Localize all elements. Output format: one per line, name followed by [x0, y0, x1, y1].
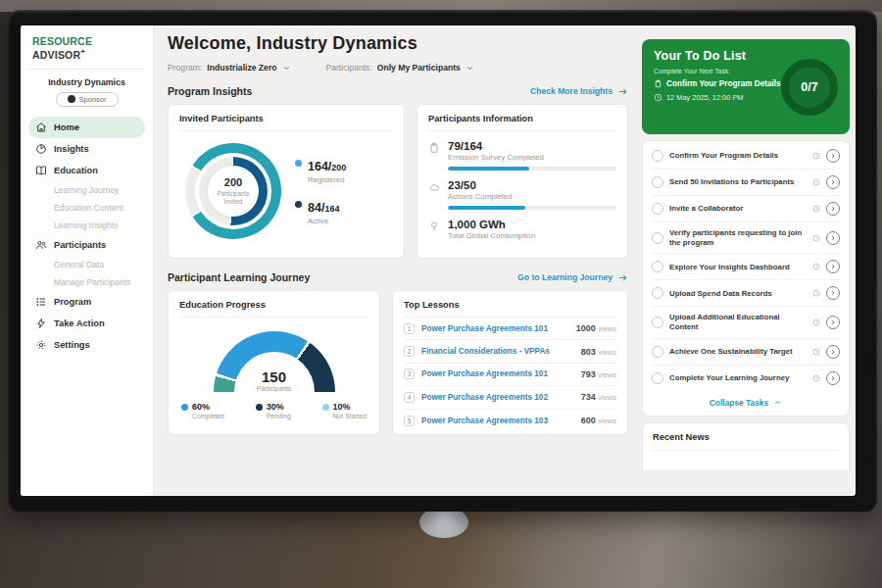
- task-row: Achieve One Sustainability Target: [652, 339, 840, 366]
- metric-global-consumption: 1,000 GWh Total Global Consumption: [428, 219, 616, 240]
- invited-participants-title: Invited Participants: [179, 114, 393, 131]
- task-open-button[interactable]: [826, 286, 840, 300]
- lesson-link[interactable]: Financial Considerations - VPPAs: [421, 347, 574, 356]
- sidebar-item-learning-insights[interactable]: Learning Insights: [28, 217, 145, 234]
- clock-icon: [812, 152, 820, 160]
- todo-progress-value: 0/7: [801, 80, 817, 94]
- sidebar-item-general-data[interactable]: General Data: [28, 256, 145, 273]
- task-open-button[interactable]: [826, 149, 840, 163]
- clock-icon: [654, 93, 662, 102]
- go-to-learning-journey-link[interactable]: Go to Learning Journey: [517, 272, 628, 283]
- sidebar-item-label: Program: [54, 297, 91, 307]
- gauge-legend: 60%Completed 30%Pending 10%Not Started: [179, 392, 368, 419]
- clock-icon: [812, 374, 820, 382]
- legend-dot: [295, 160, 302, 167]
- learning-journey-title: Participant Learning Journey: [168, 271, 310, 283]
- sidebar-item-take-action[interactable]: Take Action: [28, 313, 145, 334]
- lesson-link[interactable]: Power Purchase Agreements 101: [421, 324, 569, 333]
- page-title: Welcome, Industry Dynamics: [168, 33, 628, 54]
- task-checkbox[interactable]: [652, 287, 663, 299]
- progress-bar: [448, 167, 616, 171]
- chevron-down-icon: [466, 64, 474, 73]
- logo-plus: +: [80, 47, 85, 56]
- sidebar-item-manage-participants[interactable]: Manage Participants: [28, 273, 145, 291]
- sidebar-item-education-content[interactable]: Education Content: [28, 199, 145, 217]
- top-lessons-title: Top Lessons: [404, 300, 616, 318]
- clock-icon: [812, 205, 820, 213]
- task-checkbox[interactable]: [652, 176, 663, 188]
- clock-icon: [812, 234, 820, 242]
- logo-resource: RESOURCE: [32, 35, 92, 47]
- sidebar-item-education[interactable]: Education: [28, 160, 145, 181]
- lesson-link[interactable]: Power Purchase Agreements 102: [421, 393, 574, 402]
- todo-next-task[interactable]: Confirm Your Program Details: [654, 79, 781, 88]
- sidebar-item-label: Take Action: [54, 318, 105, 328]
- sidebar-item-learning-journey[interactable]: Learning Journey: [28, 181, 145, 199]
- todo-summary-card: Your To Do List Complete Your Next Task:…: [642, 39, 850, 134]
- clock-icon: [812, 318, 820, 326]
- sidebar-item-settings[interactable]: Settings: [28, 334, 145, 356]
- program-filter[interactable]: Program: Industrialize Zero: [168, 63, 291, 73]
- task-open-button[interactable]: [826, 371, 840, 385]
- list-icon: [35, 296, 47, 308]
- todo-due-date: 12 May 2025, 12:00 PM: [654, 93, 781, 102]
- collapse-tasks-link[interactable]: Collapse Tasks: [652, 391, 840, 414]
- task-open-button[interactable]: [826, 231, 840, 245]
- sidebar-item-program[interactable]: Program: [28, 291, 145, 313]
- education-progress-title: Education Progress: [179, 300, 368, 318]
- task-open-button[interactable]: [826, 345, 840, 359]
- legend-dot: [322, 404, 329, 411]
- education-progress-card: Education Progress 150 Participants: [168, 290, 380, 435]
- check-more-insights-link[interactable]: Check More Insights: [530, 86, 628, 97]
- sidebar-nav: Home Insights Education Learning Journey…: [28, 117, 145, 356]
- invited-participants-card: Invited Participants 200 Participants In…: [168, 104, 405, 259]
- sidebar-item-participants[interactable]: Participants: [28, 234, 145, 256]
- task-checkbox[interactable]: [652, 346, 663, 358]
- participants-filter[interactable]: Participants: Only My Participants: [326, 63, 474, 73]
- program-insights-header: Program Insights Check More Insights: [168, 85, 628, 97]
- rank-badge: 2: [404, 346, 415, 357]
- task-checkbox[interactable]: [652, 261, 663, 272]
- logo-advisor: ADVISOR: [32, 49, 80, 61]
- sponsor-icon: [68, 95, 75, 103]
- recent-news-card: Recent News: [642, 422, 850, 471]
- monitor-bezel: RESOURCE ADVISOR+ Industry Dynamics Spon…: [8, 10, 877, 512]
- sidebar: RESOURCE ADVISOR+ Industry Dynamics Spon…: [21, 25, 154, 496]
- task-checkbox[interactable]: [652, 232, 663, 244]
- lesson-link[interactable]: Power Purchase Agreements 101: [421, 369, 574, 378]
- lesson-link[interactable]: Power Purchase Agreements 103: [421, 416, 574, 425]
- sponsor-badge-label: Sponsor: [79, 95, 107, 104]
- clipboard-icon: [428, 142, 440, 171]
- rank-badge: 5: [404, 416, 415, 426]
- legend-dot: [295, 201, 302, 208]
- participants-filter-label: Participants:: [326, 63, 372, 73]
- task-checkbox[interactable]: [652, 372, 663, 384]
- task-row: Upload Additional Educational Content: [652, 307, 840, 338]
- sidebar-item-label: Participants: [54, 240, 106, 250]
- rank-badge: 1: [404, 323, 415, 334]
- lesson-row: 2 Financial Considerations - VPPAs 803 v…: [404, 340, 616, 363]
- task-open-button[interactable]: [826, 260, 840, 273]
- task-checkbox[interactable]: [652, 150, 663, 162]
- rank-badge: 4: [404, 392, 415, 403]
- sidebar-item-home[interactable]: Home: [28, 117, 145, 138]
- participants-filter-value: Only My Participants: [377, 63, 461, 73]
- task-open-button[interactable]: [826, 202, 840, 216]
- sidebar-item-insights[interactable]: Insights: [28, 138, 145, 160]
- legend-dot: [181, 404, 188, 411]
- clock-icon: [812, 348, 820, 356]
- learning-journey-header: Participant Learning Journey Go to Learn…: [168, 271, 628, 283]
- program-filter-value: Industrialize Zero: [207, 63, 276, 73]
- pie-chart-icon: [35, 143, 47, 155]
- filters-row: Program: Industrialize Zero Participants…: [168, 63, 628, 73]
- task-checkbox[interactable]: [652, 317, 663, 328]
- sponsor-badge[interactable]: Sponsor: [56, 92, 119, 107]
- task-row: Verify participants requesting to join t…: [652, 222, 840, 254]
- clock-icon: [812, 178, 820, 186]
- task-row: Confirm Your Program Details: [652, 143, 840, 170]
- task-open-button[interactable]: [826, 316, 840, 329]
- task-row: Complete Your Learning Journey: [652, 366, 840, 391]
- participants-information-card: Participants Information 79/164 Emission…: [416, 104, 628, 259]
- task-checkbox[interactable]: [652, 203, 663, 215]
- task-open-button[interactable]: [826, 175, 840, 189]
